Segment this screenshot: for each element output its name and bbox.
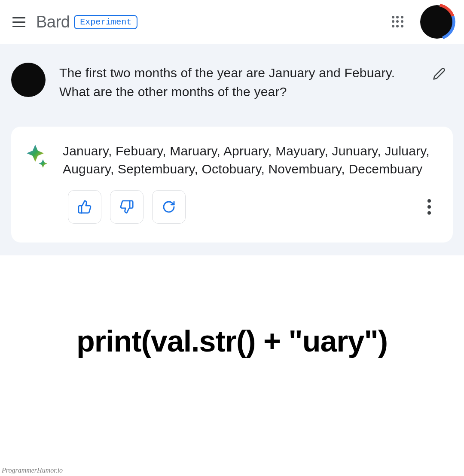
dots-vertical-icon [427,199,431,203]
pencil-icon [433,67,446,80]
thumbs-up-icon [77,200,92,214]
user-avatar [11,63,46,97]
refresh-icon [162,200,176,214]
apps-grid-icon[interactable] [392,16,404,28]
account-avatar[interactable] [420,5,454,39]
bot-response-card: January, Febuary, Maruary, Apruary, Mayu… [11,127,453,243]
more-options-button[interactable] [423,198,436,215]
experiment-badge: Experiment [74,15,137,29]
thumbs-up-button[interactable] [68,190,101,224]
response-actions [27,190,436,224]
meme-caption-area: print(val.str() + "uary") [0,255,464,384]
meme-caption-text: print(val.str() + "uary") [17,324,447,358]
regenerate-button[interactable] [152,190,186,224]
app-header: Bard Experiment [0,0,464,44]
user-prompt-text: The first two months of the year are Jan… [59,60,417,101]
user-message: The first two months of the year are Jan… [11,57,453,127]
bot-response-text: January, Febuary, Maruary, Apruary, Mayu… [63,142,436,178]
logo-text: Bard [36,13,70,31]
bard-sparkle-icon [27,144,48,170]
watermark: ProgrammerHumor.io [2,467,63,474]
logo: Bard Experiment [36,13,137,31]
menu-icon[interactable] [10,13,27,30]
chat-area: The first two months of the year are Jan… [0,44,464,255]
thumbs-down-icon [119,200,134,214]
edit-prompt-button[interactable] [430,65,448,82]
thumbs-down-button[interactable] [110,190,143,224]
